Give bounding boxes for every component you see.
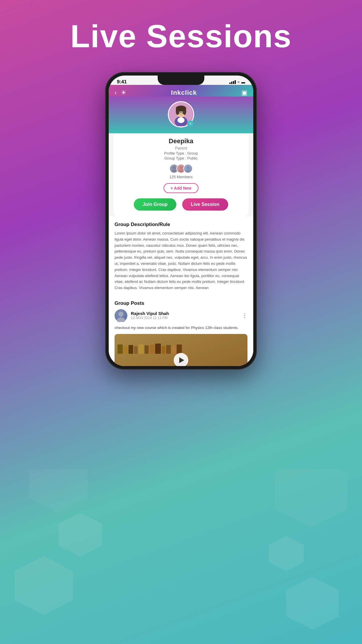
page-title: Live Sessions [70,18,292,55]
play-icon [179,357,184,363]
phone-outer-frame: 9:41 ≈ ▬ ‹ ☀ Inkclic [105,72,257,370]
members-row: 125 Members [169,164,193,179]
battery-icon: ▬ [241,80,245,84]
phone-mockup: 9:41 ≈ ▬ ‹ ☀ Inkclic [105,72,257,626]
post-author-avatar [115,309,127,322]
group-posts-section: Group Posts Rajesh Vipul Shah 12.NOV.201… [109,296,253,366]
app-title: Inkclick [171,89,197,97]
post-options-icon[interactable]: ⋮ [242,312,247,319]
signal-bar-1 [229,83,231,84]
post-video-thumbnail[interactable] [115,334,247,366]
signal-bar-4 [235,80,236,84]
svg-point-19 [117,317,125,322]
join-group-button[interactable]: Join Group [134,198,176,211]
post-text: checkout my new course which is created … [115,325,247,331]
play-button[interactable] [174,353,188,366]
signal-bar-3 [233,81,234,84]
action-buttons: Join Group Live Session [134,198,228,211]
svg-point-11 [183,112,184,113]
header-left-controls: ‹ ☀ [115,89,126,97]
svg-point-2 [178,117,184,123]
wifi-icon: ≈ [238,80,240,84]
group-posts-title: Group Posts [115,300,247,306]
description-title: Group Description/Rule [115,222,247,228]
member-avatars [169,164,193,173]
post-author-row: Rajesh Vipul Shah 12.NOV.2019 12.13 PM ⋮ [115,309,247,322]
profile-type: Profile Type : Group [164,151,198,155]
camera-icon[interactable]: ☀ [121,89,126,97]
app-header: ‹ ☀ Inkclick ▣ [109,85,253,97]
profile-card: Deepika Parent Profile Type : Group Grou… [113,119,249,216]
signal-bar-2 [231,82,232,84]
chat-icon[interactable]: ▣ [241,89,247,97]
svg-point-13 [171,170,177,173]
status-icons: ≈ ▬ [229,80,245,84]
signal-icon [229,80,236,84]
description-text: Lorem ipsum dolor sit amet, consectetuer… [115,230,247,291]
status-time: 9:41 [117,79,127,85]
svg-point-16 [187,166,190,169]
live-session-button[interactable]: Live Session [182,198,228,211]
profile-name: Deepika [169,137,193,145]
member-avatar-3 [183,164,193,173]
description-section: Group Description/Rule Lorem ipsum dolor… [109,216,253,296]
back-icon[interactable]: ‹ [115,89,117,97]
svg-point-15 [178,170,184,173]
header-right-controls: ▣ [241,89,247,97]
post-timestamp: 12.NOV.2019 12.13 PM [131,316,238,320]
add-new-button[interactable]: + Add New [164,183,198,193]
members-count: 125 Members [169,175,192,179]
avatar-edit-button[interactable]: ✎ [187,120,194,127]
svg-point-12 [173,166,176,169]
post-author-info: Rajesh Vipul Shah 12.NOV.2019 12.13 PM [131,311,238,320]
profile-role: Parent [175,146,187,150]
svg-point-17 [185,170,191,173]
avatar-container: ✎ [168,101,194,127]
post-author-name: Rajesh Vipul Shah [131,311,238,316]
svg-point-18 [118,312,124,317]
group-type: Group Type : Public [164,156,198,160]
svg-point-14 [180,166,183,169]
svg-point-10 [178,112,179,113]
phone-notch [158,76,204,85]
profile-area: ✎ [109,97,253,133]
phone-screen: 9:41 ≈ ▬ ‹ ☀ Inkclic [109,76,253,366]
